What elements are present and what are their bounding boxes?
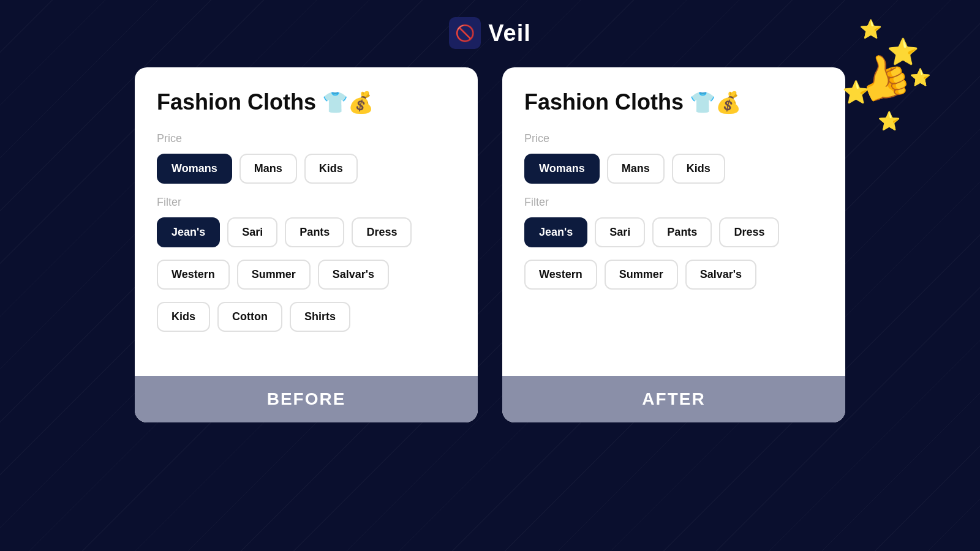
after-filter-label: Filter <box>524 196 823 209</box>
after-card-body: Fashion Cloths 👕💰 Price Womans Mans Kids… <box>502 67 845 376</box>
before-filter-row1: Jean's Sari Pants Dress <box>157 217 456 247</box>
before-price-label: Price <box>157 132 456 145</box>
before-tag-kids-price[interactable]: Kids <box>304 154 358 184</box>
after-title-text: Fashion Cloths <box>524 89 684 115</box>
after-filter-row1: Jean's Sari Pants Dress <box>524 217 823 247</box>
before-tag-pants[interactable]: Pants <box>285 217 344 247</box>
after-price-label: Price <box>524 132 823 145</box>
before-filter-label: Filter <box>157 196 456 209</box>
before-price-tags: Womans Mans Kids <box>157 154 456 184</box>
before-title-emoji: 👕💰 <box>322 90 374 114</box>
after-tag-mans[interactable]: Mans <box>607 154 665 184</box>
before-tag-shirts[interactable]: Shirts <box>290 302 350 332</box>
header: 🚫 Veil <box>0 0 980 61</box>
before-tag-cotton[interactable]: Cotton <box>217 302 282 332</box>
logo-box: 🚫 <box>449 17 481 49</box>
before-tag-summer[interactable]: Summer <box>237 260 311 290</box>
before-tag-kids-filter[interactable]: Kids <box>157 302 210 332</box>
logo-icon: 🚫 <box>455 24 475 43</box>
before-card-footer: BEFORE <box>135 376 478 422</box>
before-tag-womans[interactable]: Womans <box>157 154 232 184</box>
after-tag-pants[interactable]: Pants <box>652 217 712 247</box>
after-tag-dress[interactable]: Dress <box>719 217 779 247</box>
after-tag-salvars[interactable]: Salvar's <box>685 260 756 290</box>
before-card-title: Fashion Cloths 👕💰 <box>157 89 456 115</box>
after-title-emoji: 👕💰 <box>690 90 741 114</box>
after-card: Fashion Cloths 👕💰 Price Womans Mans Kids… <box>502 67 845 422</box>
after-footer-label: AFTER <box>642 389 705 408</box>
before-tag-jeans[interactable]: Jean's <box>157 217 220 247</box>
after-tag-womans[interactable]: Womans <box>524 154 600 184</box>
before-filter-row2: Western Summer Salvar's <box>157 260 456 290</box>
after-filter-row2: Western Summer Salvar's <box>524 260 823 290</box>
after-card-footer: AFTER <box>502 376 845 422</box>
after-tag-summer[interactable]: Summer <box>605 260 678 290</box>
after-price-tags: Womans Mans Kids <box>524 154 823 184</box>
after-tag-sari[interactable]: Sari <box>595 217 645 247</box>
before-footer-label: BEFORE <box>267 389 346 408</box>
after-card-title: Fashion Cloths 👕💰 <box>524 89 823 115</box>
before-tag-mans[interactable]: Mans <box>239 154 297 184</box>
before-tag-sari[interactable]: Sari <box>227 217 277 247</box>
before-title-text: Fashion Cloths <box>157 89 316 115</box>
logo-text: Veil <box>488 20 531 47</box>
after-tag-kids-price[interactable]: Kids <box>672 154 725 184</box>
main-content: Fashion Cloths 👕💰 Price Womans Mans Kids… <box>0 61 980 422</box>
after-tag-jeans[interactable]: Jean's <box>524 217 587 247</box>
before-tag-western[interactable]: Western <box>157 260 230 290</box>
before-card-body: Fashion Cloths 👕💰 Price Womans Mans Kids… <box>135 67 478 376</box>
before-filter-row3: Kids Cotton Shirts <box>157 302 456 332</box>
before-tag-dress[interactable]: Dress <box>352 217 412 247</box>
before-tag-salvars[interactable]: Salvar's <box>318 260 389 290</box>
after-tag-western[interactable]: Western <box>524 260 597 290</box>
before-card: Fashion Cloths 👕💰 Price Womans Mans Kids… <box>135 67 478 422</box>
